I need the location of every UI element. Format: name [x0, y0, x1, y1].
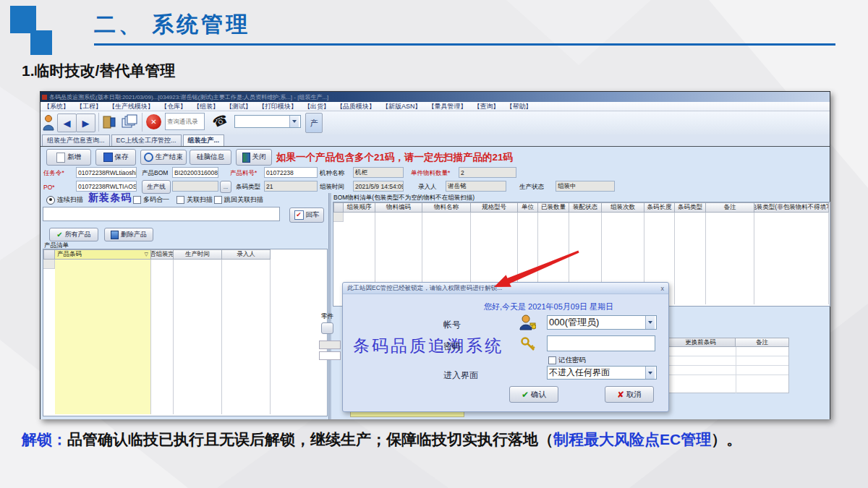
col-package-type[interactable]: 包装类型(非包装物料不得填写	[754, 202, 829, 213]
end-production-button[interactable]: 生产结束	[140, 150, 187, 165]
scan-warning-text: 如果一个产品包含多个21码，请一定先扫描产品的21码	[276, 151, 513, 164]
bom-table-header: 组装顺序 物料编码 物料名称 规格型号 单位 已装数量 装配状态 组装次数 条码…	[333, 202, 829, 213]
skip-linked-scan-checkbox[interactable]: 跳回关联扫描	[214, 195, 263, 205]
panel-splitter[interactable]	[328, 193, 331, 419]
new-button[interactable]: 新增	[46, 149, 91, 166]
account-select[interactable]: 000(管理员)	[547, 315, 657, 330]
po-label: PO*	[43, 182, 55, 192]
menu-print[interactable]: 【打印模块】	[258, 102, 297, 111]
footer-suffix: ）。	[711, 431, 741, 448]
account-person-key-icon	[519, 314, 536, 330]
menu-system[interactable]: 【系统】	[43, 102, 69, 111]
linked-scan-checkbox[interactable]: 关联扫描	[176, 195, 213, 205]
enter-button[interactable]: ✔ 回车	[289, 207, 324, 223]
password-label: 密码	[443, 341, 461, 353]
multi-code-checkbox[interactable]: 多码合一	[133, 195, 169, 205]
tab-assembly-production[interactable]: 组装生产...	[183, 134, 225, 146]
col-material-name[interactable]: 物料名称	[422, 202, 471, 213]
all-products-button[interactable]: ✔ 所有产品	[49, 228, 98, 241]
col-spec-model[interactable]: 规格型号	[471, 202, 518, 213]
col-production-time[interactable]: 生产时间	[174, 249, 222, 260]
menu-asn[interactable]: 【新版ASN】	[382, 102, 422, 111]
continuous-scan-radio[interactable]: 连续扫描	[46, 195, 83, 205]
col-assembly-times[interactable]: 组装次数	[602, 202, 644, 213]
menu-assembly[interactable]: 【组装】	[193, 102, 219, 111]
computer-info-button[interactable]: 硅脑信息	[190, 150, 231, 165]
password-keys-icon	[520, 336, 536, 352]
menu-query[interactable]: 【查询】	[474, 102, 500, 111]
dialog-titlebar[interactable]: 此工站因EC管控已经被锁定，请输入权限密码进行解锁... x	[343, 283, 668, 294]
stop-close-icon[interactable]: ✕	[146, 114, 161, 129]
close-button[interactable]: 关闭	[236, 149, 272, 166]
col-assembly-status[interactable]: 装配状态	[569, 202, 602, 213]
delete-products-button[interactable]: 删除产品	[104, 228, 153, 241]
dialog-close-icon[interactable]: x	[661, 285, 665, 292]
menu-quality[interactable]: 【品质模块】	[336, 102, 375, 111]
parts-row-fragment	[319, 341, 341, 349]
account-label: 帐号	[443, 319, 461, 331]
col-product-barcode[interactable]: 产品条码 ▽	[55, 249, 151, 260]
cancel-button[interactable]: ✘ 取消	[605, 386, 654, 403]
interface-label: 进入界面	[443, 369, 478, 382]
delete-products-icon	[111, 231, 119, 239]
barcode-scan-input[interactable]	[43, 207, 280, 221]
col-material-code[interactable]: 物料编码	[375, 202, 422, 213]
menu-gauge[interactable]: 【量具管理】	[428, 102, 467, 111]
product-bom-field[interactable]: BI20200316008	[172, 167, 218, 178]
col-barcode-type[interactable]: 条码类型	[675, 202, 706, 213]
replace-table-header: 更换前条码 备注	[665, 338, 789, 347]
window-titlebar[interactable]: 条码品质追溯系统(版本日期:2021/03/09)...[034923:谢岳铭(…	[41, 92, 830, 102]
menu-warehouse[interactable]: 【仓库】	[161, 102, 187, 111]
line-browse-button[interactable]: ...	[220, 181, 231, 193]
menu-test[interactable]: 【测试】	[226, 102, 252, 111]
interface-select[interactable]: 不进入任何界面	[547, 366, 657, 380]
recorder-label: 录入人	[418, 182, 437, 192]
cross-icon: ✘	[617, 390, 624, 400]
part-number-field[interactable]: 01072238	[264, 167, 318, 178]
contacts-person-icon[interactable]	[43, 114, 55, 131]
dropdown-icon[interactable]	[289, 116, 299, 127]
save-button[interactable]: 保存	[95, 149, 136, 166]
menu-engineering[interactable]: 【工程】	[76, 102, 102, 111]
toolbar-combo[interactable]	[234, 115, 301, 128]
app-icon	[42, 95, 47, 100]
parts-button-fragment[interactable]	[321, 322, 333, 334]
menu-production-line[interactable]: 【生产线模块】	[109, 102, 154, 111]
col-unit[interactable]: 单位	[518, 202, 538, 213]
password-input[interactable]	[547, 335, 655, 351]
product-quick-button[interactable]: 产	[305, 113, 323, 133]
col-barcode-length[interactable]: 条码长度	[644, 202, 675, 213]
po-field[interactable]: 01072238RWLTIAOSHI	[76, 181, 137, 192]
tab-assembly-info-query[interactable]: 组装生产信息查询...	[42, 134, 110, 146]
col-barcode-before-replace[interactable]: 更换前条码	[665, 338, 736, 347]
menu-help[interactable]: 【帮助】	[506, 102, 532, 111]
parts-tab-fragment[interactable]: 零件	[321, 312, 333, 321]
remember-password-checkbox[interactable]: 记住密码	[548, 356, 586, 365]
production-line-button[interactable]: 生产线	[142, 180, 171, 194]
windows-stack-icon[interactable]	[122, 114, 137, 129]
col-remark[interactable]: 备注	[706, 202, 754, 213]
logo-square-small	[30, 30, 52, 55]
model-name-field: 机柜	[353, 167, 404, 178]
col-assembly-order[interactable]: 组装顺序	[344, 202, 375, 213]
product-list-body	[43, 260, 271, 414]
dropdown-icon[interactable]	[645, 316, 655, 329]
back-button[interactable]: ◀	[57, 114, 77, 132]
col-assembled[interactable]: 否组装完	[151, 249, 174, 260]
col-replace-remark[interactable]: 备注	[736, 338, 789, 347]
tab-ec-online-control[interactable]: EC上线全工序管控...	[111, 134, 182, 146]
dialog-greeting: 您好,今天是 2021年05月09日 星期日	[484, 301, 613, 312]
col-recorder[interactable]: 录入人	[222, 249, 271, 260]
checkbox-icon	[133, 196, 141, 204]
footer-prefix: 解锁：	[22, 431, 67, 448]
col-installed-qty[interactable]: 已装数量	[538, 202, 569, 213]
dropdown-icon[interactable]	[645, 367, 655, 379]
unit-qty-field: 2	[459, 167, 516, 178]
search-contacts-input[interactable]	[165, 113, 205, 130]
exit-door-icon[interactable]	[103, 115, 116, 129]
new-page-icon	[56, 153, 65, 163]
forward-button[interactable]: ▶	[76, 114, 95, 132]
menu-shipping[interactable]: 【出货】	[304, 102, 330, 111]
task-order-field[interactable]: 01072238RWLtiaoshi	[76, 167, 137, 178]
confirm-button[interactable]: ✔ 确认	[509, 386, 558, 403]
